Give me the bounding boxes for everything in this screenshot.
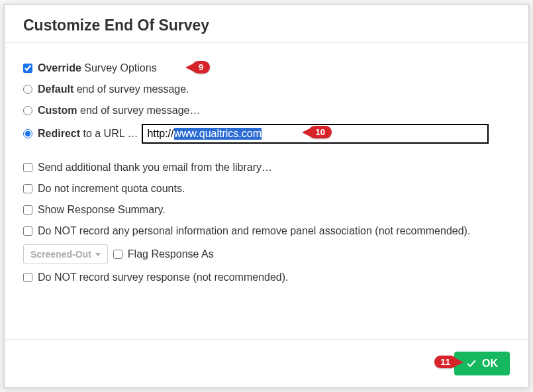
quota-label: Do not increment quota counts. (38, 183, 185, 195)
thankyou-checkbox[interactable] (23, 163, 32, 172)
row-custom: Custom end of survey message… (23, 103, 510, 119)
modal-header: Customize End Of Survey (5, 5, 528, 42)
row-redirect: Redirect to a URL … http://www.qualtrics… (23, 124, 510, 144)
row-thankyou: Send additional thank you email from the… (23, 160, 510, 175)
redirect-label: Redirect to a URL … (38, 128, 138, 140)
ok-label: OK (482, 358, 498, 369)
modal-footer: 11 OK (5, 339, 528, 387)
row-default: Default end of survey message. (23, 81, 510, 97)
custom-radio[interactable] (23, 106, 32, 115)
annotation-9: 9 (192, 61, 210, 74)
redirect-url-input[interactable]: http://www.qualtrics.com (142, 124, 489, 144)
no-record-label: Do NOT record survey response (not recom… (38, 271, 289, 283)
default-radio[interactable] (23, 85, 32, 94)
no-record-checkbox[interactable] (23, 273, 32, 282)
check-icon (466, 358, 477, 369)
no-pii-label: Do NOT record any personal information a… (38, 225, 470, 237)
url-prefix: http:// (147, 128, 173, 140)
default-label: Default end of survey message. (38, 83, 189, 95)
row-no-record: Do NOT record survey response (not recom… (23, 270, 510, 285)
redirect-radio[interactable] (23, 129, 32, 138)
modal-customize-end-of-survey: Customize End Of Survey Override Survey … (4, 4, 529, 388)
chevron-down-icon (95, 253, 101, 256)
modal-title: Customize End Of Survey (23, 17, 510, 34)
flag-label: Flag Response As (128, 248, 214, 260)
row-summary: Show Response Summary. (23, 202, 510, 218)
custom-label: Custom end of survey message… (38, 105, 200, 117)
row-flag: Screened-Out Flag Response As (23, 244, 510, 264)
screened-out-dropdown[interactable]: Screened-Out (23, 244, 108, 264)
quota-checkbox[interactable] (23, 184, 32, 193)
override-checkbox[interactable] (23, 64, 32, 73)
url-selected-text: www.qualtrics.com (174, 128, 262, 140)
ok-button[interactable]: OK (454, 352, 510, 375)
summary-checkbox[interactable] (23, 205, 32, 215)
row-override: Override Survey Options 9 (23, 60, 510, 76)
summary-label: Show Response Summary. (38, 204, 166, 216)
modal-body: Override Survey Options 9 Default end of… (5, 43, 528, 339)
annotation-11: 11 (434, 356, 457, 368)
thankyou-label: Send additional thank you email from the… (38, 162, 272, 173)
no-pii-checkbox[interactable] (23, 226, 32, 236)
flag-checkbox[interactable] (113, 250, 122, 259)
row-no-pii: Do NOT record any personal information a… (23, 223, 510, 239)
row-quota: Do not increment quota counts. (23, 181, 510, 197)
override-label: Override Survey Options (38, 62, 157, 74)
screened-out-label: Screened-Out (30, 249, 91, 260)
